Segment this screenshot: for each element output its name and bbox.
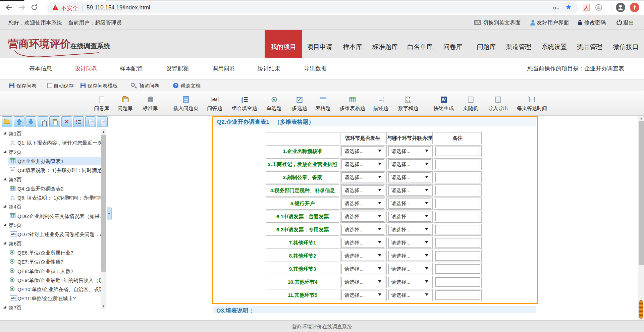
- tree-question-item[interactable]: Q5: 填表说明： 1)办理时间：办理时间: [0, 194, 101, 203]
- parallel-select[interactable]: 请选择...: [388, 146, 431, 156]
- tree-paste-button[interactable]: [49, 116, 60, 127]
- subnav-item-4[interactable]: 设置配额: [166, 58, 189, 79]
- palette-item-快速生成[interactable]: W快速生成: [434, 91, 454, 112]
- tree-page-item[interactable]: 第1页: [0, 130, 101, 139]
- profile-avatar[interactable]: [616, 3, 625, 12]
- parallel-select[interactable]: 请选择...: [388, 290, 431, 300]
- note-input[interactable]: [435, 264, 480, 274]
- tree-question-item[interactable]: Q4:企业开办调查表2: [0, 185, 101, 193]
- occur-select[interactable]: 请选择...: [341, 251, 384, 261]
- save-questionnaire-button[interactable]: 保存问卷: [16, 80, 37, 92]
- sidebar-collapse-handle[interactable]: ◀: [107, 207, 112, 220]
- note-input[interactable]: [435, 225, 480, 234]
- tree-scroll-up-arrow[interactable]: ▲: [101, 129, 106, 135]
- occur-select[interactable]: 请选择...: [341, 185, 384, 196]
- tree-move-up-button[interactable]: [14, 116, 24, 127]
- occur-select[interactable]: 请选择...: [341, 277, 384, 287]
- subnav-item-3[interactable]: 样本配置: [120, 58, 143, 79]
- occur-select[interactable]: 请选择...: [341, 225, 384, 235]
- tree-page-item[interactable]: 第2页: [0, 148, 101, 157]
- palette-item-单选题[interactable]: 单选题: [267, 91, 282, 112]
- occur-select[interactable]: 请选择...: [341, 212, 384, 222]
- note-input[interactable]: [435, 251, 480, 261]
- scrollbar-bottom-handle[interactable]: [639, 300, 643, 319]
- tree-expand-triangle[interactable]: [3, 131, 6, 134]
- tree-page-item[interactable]: 第7页: [0, 304, 101, 313]
- subnav-item-7[interactable]: 导出数据: [304, 58, 327, 79]
- palette-item-问卷库[interactable]: 问卷库: [94, 91, 109, 112]
- note-input[interactable]: [435, 173, 480, 182]
- nav-item-7[interactable]: 问题库: [477, 30, 496, 58]
- tree-expand-triangle[interactable]: [3, 177, 6, 180]
- browser-reload-button[interactable]: [31, 4, 41, 11]
- palette-item-表格题[interactable]: 表格题: [316, 91, 331, 112]
- tree-question-item[interactable]: Q3:填表说明： 1)并联办理：同时满足3: [0, 166, 101, 175]
- bookmark-star-icon[interactable]: ★: [566, 3, 572, 11]
- palette-item-数字和题[interactable]: 数字和题: [398, 91, 418, 112]
- parallel-select[interactable]: 请选择...: [388, 251, 431, 261]
- tree-question-item[interactable]: QE6:单位/企业所属行业?: [0, 249, 101, 258]
- extension-icon[interactable]: 田: [595, 4, 602, 11]
- nav-item-2[interactable]: 项目申请: [307, 30, 332, 58]
- note-input[interactable]: [435, 199, 480, 208]
- pdf-extension-icon[interactable]: 人: [583, 4, 590, 11]
- nav-item-9[interactable]: 系统设置: [541, 30, 567, 58]
- parallel-select[interactable]: 请选择...: [388, 264, 431, 274]
- occur-select[interactable]: 请选择...: [341, 146, 384, 156]
- lang-switch-link[interactable]: 切换到英文界面: [483, 19, 521, 26]
- content-scrollbar[interactable]: ▲: [638, 116, 644, 320]
- autosave-checkbox[interactable]: [47, 83, 52, 88]
- nav-item-8[interactable]: 渠道管理: [506, 30, 531, 58]
- occur-select[interactable]: 请选择...: [341, 199, 384, 209]
- tree-question-item[interactable]: QD6:企业刻制公章具体情况表（如果未: [0, 212, 101, 221]
- tree-page-item[interactable]: 第3页: [0, 176, 101, 184]
- parallel-select[interactable]: 请选择...: [388, 238, 431, 248]
- key-icon[interactable]: [553, 5, 559, 11]
- tree-scroll-down-arrow[interactable]: ▼: [101, 303, 106, 309]
- address-bar[interactable]: 不安全 59.110.154.19/index.html ★: [47, 2, 579, 13]
- parallel-select[interactable]: 请选择...: [388, 277, 431, 287]
- nav-item-1[interactable]: 我的项目: [265, 30, 302, 58]
- tree-copy-page-button[interactable]: [85, 116, 96, 127]
- tree-scrollbar[interactable]: ▲ ▼: [101, 129, 106, 309]
- tree-expand-triangle[interactable]: [3, 150, 6, 153]
- occur-select[interactable]: 请选择...: [341, 264, 384, 274]
- parallel-select[interactable]: 请选择...: [388, 172, 431, 182]
- nav-item-4[interactable]: 标准题库: [372, 30, 398, 58]
- browser-back-button[interactable]: [5, 4, 15, 10]
- note-input[interactable]: [435, 290, 480, 300]
- palette-item-导入导出[interactable]: 导入导出: [488, 91, 508, 112]
- palette-item-多选题[interactable]: ✓多选题: [292, 91, 307, 112]
- palette-item-插入问题页[interactable]: 插入问题页: [173, 91, 199, 112]
- tree-expand-triangle[interactable]: [3, 241, 6, 244]
- tree-scrollbar-thumb[interactable]: [101, 135, 106, 272]
- tree-expand-triangle[interactable]: [3, 223, 6, 226]
- note-input[interactable]: [435, 186, 480, 195]
- palette-item-问答题[interactable]: abl问答题: [207, 91, 222, 112]
- nav-item-5[interactable]: 白名单库: [407, 30, 433, 58]
- tree-page-item[interactable]: 第6页: [0, 240, 101, 248]
- palette-item-描述题[interactable]: 描述题: [373, 91, 388, 112]
- tree-list-button[interactable]: [73, 116, 84, 127]
- tree-expand-triangle[interactable]: [3, 306, 6, 309]
- subnav-item-1[interactable]: 基本信息: [29, 58, 52, 79]
- palette-item-页随机[interactable]: 页随机: [463, 91, 478, 112]
- parallel-select[interactable]: 请选择...: [388, 212, 431, 222]
- note-input[interactable]: [435, 147, 480, 156]
- tree-question-item[interactable]: QE7:单位/企业性质?: [0, 258, 101, 267]
- preview-questionnaire-button[interactable]: 预览问卷: [139, 80, 159, 92]
- tree-question-item[interactable]: QE8:单位/企业员工人数?: [0, 267, 101, 276]
- occur-select[interactable]: 请选择...: [341, 290, 384, 300]
- palette-item-标准库[interactable]: 标准库: [143, 91, 158, 112]
- friendly-ui-link[interactable]: 友好用户界面: [537, 19, 569, 26]
- tree-expand-triangle[interactable]: [3, 205, 6, 208]
- autosave-label[interactable]: 自动保存: [54, 80, 74, 92]
- occur-select[interactable]: 请选择...: [341, 238, 384, 248]
- parallel-select[interactable]: 请选择...: [388, 225, 431, 235]
- change-password-link[interactable]: 修改密码: [584, 19, 606, 26]
- tree-question-item[interactable]: Q1: 以下报表内容，请针对您最近一次: [0, 139, 101, 148]
- help-doc-button[interactable]: 帮助文档: [180, 80, 201, 92]
- question-editor-panel[interactable]: Q2.企业开办调查表1 （多维表格题） 该环节是否发生与哪个环节并联办理备注1.…: [212, 116, 538, 304]
- tree-question-item[interactable]: Q2:企业开办调查表1: [0, 157, 101, 166]
- url-text[interactable]: 59.110.154.19/index.html: [87, 4, 150, 11]
